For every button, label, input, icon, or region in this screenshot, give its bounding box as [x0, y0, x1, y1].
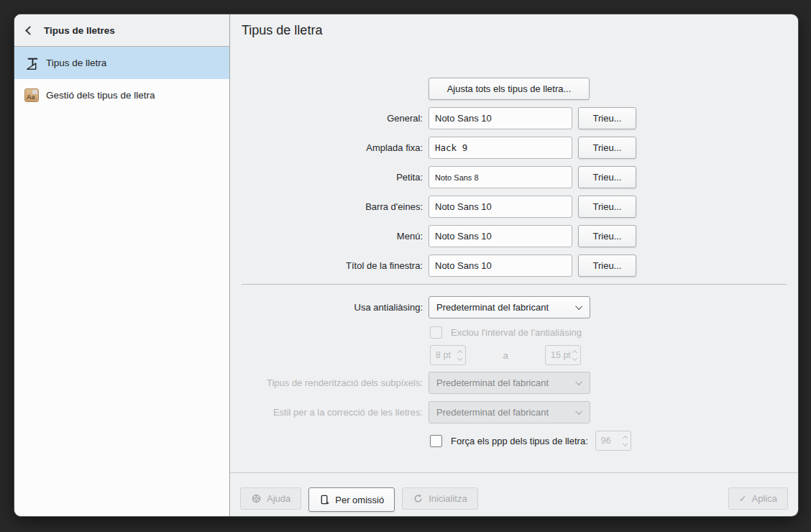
- spinner-arrows-icon: [573, 351, 577, 360]
- field-label: Barra d'eines:: [242, 201, 423, 212]
- check-icon: ✓: [739, 493, 747, 504]
- range-to-spinbox: 15 pt: [545, 345, 581, 365]
- field-label: General:: [242, 113, 423, 124]
- main-pane: Tipus de lletra Ajusta tots els tipus de…: [230, 14, 798, 516]
- antialiasing-row: Usa antialiàsing: Predeterminat del fabr…: [242, 296, 787, 318]
- font-row-general: General: Noto Sans 10 Trieu...: [242, 107, 787, 129]
- choose-menu-font-button[interactable]: Trieu...: [578, 225, 636, 247]
- reset-button: Inicialitza: [402, 487, 477, 510]
- section-divider: [242, 284, 787, 285]
- exclude-range-checkbox: [430, 326, 442, 339]
- antialiasing-dropdown[interactable]: Predeterminat del fabricant: [429, 296, 590, 318]
- system-settings-window: Tipus de lletres Tipus de lletra Aa Gest…: [14, 14, 798, 516]
- force-dpi-label: Força els ppp dels tipus de lletra:: [451, 436, 588, 446]
- exclude-range-label: Exclou l'interval de l'antialiàsing: [451, 327, 582, 338]
- sidebar: Tipus de lletres Tipus de lletra Aa Gest…: [14, 14, 230, 516]
- font-row-toolbar: Barra d'eines: Noto Sans 10 Trieu...: [242, 196, 787, 218]
- field-label: Títol de la finestra:: [242, 260, 423, 271]
- adjust-all-fonts-button[interactable]: Ajusta tots els tipus de lletra...: [429, 78, 590, 100]
- small-font-field[interactable]: Noto Sans 8: [429, 166, 572, 188]
- subpixel-row: Tipus de renderització dels subpíxels: P…: [242, 372, 787, 394]
- force-dpi-checkbox[interactable]: [430, 435, 442, 447]
- document-revert-icon: [319, 495, 330, 505]
- help-button: Ajuda: [240, 487, 301, 510]
- sidebar-title: Tipus de lletres: [44, 25, 115, 36]
- undo-arrow-icon: [413, 493, 423, 504]
- apply-button: ✓ Aplica: [728, 487, 788, 510]
- menu-font-field[interactable]: Noto Sans 10: [429, 225, 572, 247]
- field-label: Petita:: [242, 172, 423, 183]
- font-row-fixed-width: Amplada fixa: Hack 9 Trieu...: [242, 137, 787, 159]
- exclude-range-row: Exclou l'interval de l'antialiàsing: [242, 326, 787, 339]
- defaults-button[interactable]: Per omissió: [308, 487, 395, 512]
- font-glyph-icon: [24, 55, 40, 71]
- help-lifebuoy-icon: [251, 493, 262, 504]
- font-package-icon: Aa: [24, 88, 40, 104]
- field-label: Amplada fixa:: [242, 142, 423, 153]
- hinting-row: Estil per a la correcció de les lletres:…: [242, 401, 787, 423]
- window-title-font-field[interactable]: Noto Sans 10: [429, 254, 572, 277]
- sidebar-item-label: Gestió dels tipus de lletra: [46, 90, 155, 101]
- font-row-small: Petita: Noto Sans 8 Trieu...: [242, 166, 787, 188]
- footer-toolbar: Ajuda Per omissió Inicia: [230, 472, 798, 516]
- antialiasing-range-row: 8 pt a 15 pt: [242, 345, 787, 365]
- force-dpi-spinbox: 96: [595, 431, 631, 451]
- sidebar-header[interactable]: Tipus de lletres: [14, 14, 229, 47]
- general-font-field[interactable]: Noto Sans 10: [429, 107, 572, 129]
- back-icon[interactable]: [25, 26, 35, 35]
- choose-toolbar-font-button[interactable]: Trieu...: [578, 196, 636, 218]
- choose-fixed-width-font-button[interactable]: Trieu...: [578, 137, 636, 159]
- font-row-window-title: Títol de la finestra: Noto Sans 10 Trieu…: [242, 254, 787, 277]
- choose-general-font-button[interactable]: Trieu...: [578, 107, 636, 129]
- subpixel-dropdown: Predeterminat del fabricant: [429, 372, 590, 394]
- sidebar-item-font-management[interactable]: Aa Gestió dels tipus de lletra: [14, 79, 229, 111]
- font-row-menu: Menú: Noto Sans 10 Trieu...: [242, 225, 787, 247]
- sidebar-item-fonts[interactable]: Tipus de lletra: [14, 47, 229, 79]
- field-label: Tipus de renderització dels subpíxels:: [242, 377, 423, 388]
- force-dpi-row: Força els ppp dels tipus de lletra: 96: [242, 431, 787, 451]
- spinner-arrows-icon: [623, 436, 627, 446]
- fixed-width-font-field[interactable]: Hack 9: [429, 137, 572, 159]
- spinner-arrows-icon: [458, 351, 462, 360]
- hinting-dropdown: Predeterminat del fabricant: [429, 401, 590, 423]
- field-label: Estil per a la correcció de les lletres:: [242, 407, 423, 418]
- sidebar-item-label: Tipus de lletra: [46, 58, 106, 68]
- field-label: Usa antialiàsing:: [242, 302, 423, 313]
- field-label: Menú:: [242, 231, 423, 242]
- choose-window-title-font-button[interactable]: Trieu...: [578, 254, 636, 277]
- range-from-spinbox: 8 pt: [430, 345, 466, 365]
- page-title: Tipus de lletra: [242, 23, 787, 42]
- toolbar-font-field[interactable]: Noto Sans 10: [429, 196, 572, 218]
- range-separator-label: a: [466, 350, 545, 361]
- choose-small-font-button[interactable]: Trieu...: [578, 166, 636, 188]
